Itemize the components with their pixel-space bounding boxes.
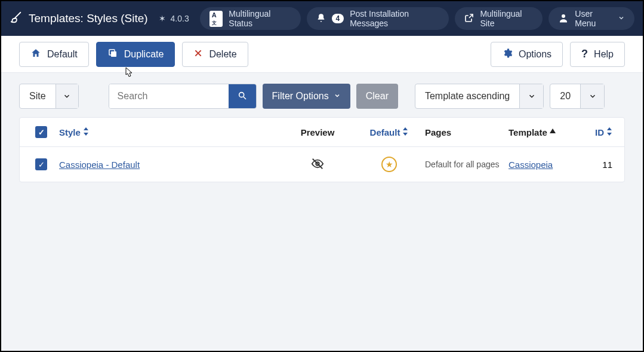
template-link[interactable]: Cassiopeia [509,160,553,170]
sort-select[interactable]: Template ascending [415,84,544,109]
sort-icon [83,127,89,137]
scope-select[interactable]: Site [19,84,79,109]
language-icon: A文 [209,11,223,27]
sort-icon [402,127,408,137]
gear-icon [502,48,513,61]
chevron-down-icon [334,91,341,102]
table-row: ✓ Cassiopeia - Default ★ Default for all… [20,147,624,182]
search-group [109,84,257,109]
brush-icon [10,11,23,27]
clear-label: Clear [366,91,389,102]
table-header: ✓ Style Preview Default Pages [20,118,624,147]
home-icon [30,48,41,61]
select-all-checkbox[interactable]: ✓ [35,126,47,138]
svg-rect-1 [111,51,116,57]
user-menu-button[interactable]: User Menu [549,7,634,30]
row-checkbox[interactable]: ✓ [35,158,47,170]
column-header-pages: Pages [425,127,451,137]
options-button[interactable]: Options [491,42,563,67]
user-menu-label: User Menu [575,9,611,28]
multilingual-status-button[interactable]: A文 Multilingual Status [200,7,301,30]
svg-marker-13 [607,133,612,136]
column-header-style[interactable]: Style [59,127,89,137]
bell-icon [316,13,326,25]
help-button[interactable]: ? Help [570,42,625,67]
external-link-icon [464,13,474,25]
search-button[interactable] [229,84,256,108]
options-button-label: Options [519,49,551,60]
svg-marker-12 [607,127,612,130]
action-toolbar: Default Duplicate Delete Options ? Help [1,36,643,73]
post-install-messages-button[interactable]: 4 Post Installation Messages [307,7,449,30]
page-title: Templates: Styles (Site) [29,12,148,25]
column-header-default[interactable]: Default [370,127,409,137]
page-title-wrap: Templates: Styles (Site) [10,11,148,27]
filter-options-label: Filter Options [272,91,329,102]
multilingual-status-label: Multilingual Status [229,9,291,28]
top-bar: Templates: Styles (Site) ✶ 4.0.3 A文 Mult… [1,1,643,36]
svg-point-0 [562,14,565,18]
column-header-preview: Preview [301,127,335,137]
column-header-template[interactable]: Template [509,127,556,137]
version-text: 4.0.3 [171,14,189,23]
page-size-label: 20 [550,84,580,108]
search-icon [238,91,247,102]
scope-select-label: Site [20,91,56,102]
user-icon [558,13,569,25]
chevron-down-icon [580,84,604,108]
default-button-label: Default [47,49,78,60]
duplicate-button-label: Duplicate [124,49,164,60]
svg-point-5 [239,92,244,97]
sort-icon [606,127,612,137]
chevron-down-icon [56,84,78,108]
sort-asc-icon [550,128,556,136]
default-star-icon[interactable]: ★ [381,157,397,172]
page-size-select[interactable]: 20 [550,84,605,109]
copy-icon [107,48,118,61]
svg-line-6 [244,97,246,99]
delete-button[interactable]: Delete [182,42,248,67]
eye-off-icon[interactable] [311,162,324,172]
svg-marker-10 [403,133,408,136]
post-install-count: 4 [332,14,344,23]
svg-marker-8 [84,133,88,136]
help-icon: ? [581,48,588,60]
delete-button-label: Delete [209,49,236,60]
post-install-label: Post Installation Messages [350,9,439,28]
svg-marker-9 [403,127,408,130]
multilingual-site-label: Multilingual Site [480,9,533,28]
pages-text: Default for all pages [425,160,500,169]
joomla-icon: ✶ [159,14,166,23]
clear-filters-button[interactable]: Clear [356,84,398,109]
chevron-down-icon [618,14,625,23]
styles-table: ✓ Style Preview Default Pages [19,117,625,182]
column-header-id[interactable]: ID [595,127,612,137]
default-button[interactable]: Default [19,42,89,67]
help-button-label: Help [594,49,614,60]
row-id: 11 [602,160,612,170]
filter-options-button[interactable]: Filter Options [263,84,350,109]
svg-marker-7 [84,127,88,130]
version-indicator: ✶ 4.0.3 [154,14,194,23]
duplicate-button[interactable]: Duplicate [96,42,175,67]
close-icon [193,48,203,60]
multilingual-site-button[interactable]: Multilingual Site [455,7,543,30]
svg-marker-11 [550,128,556,133]
sort-select-label: Template ascending [415,84,519,108]
style-link[interactable]: Cassiopeia - Default [59,160,140,170]
search-input[interactable] [109,84,229,108]
chevron-down-icon [519,84,543,108]
filter-bar: Site Filter Options Clear Template ascen… [1,73,643,117]
